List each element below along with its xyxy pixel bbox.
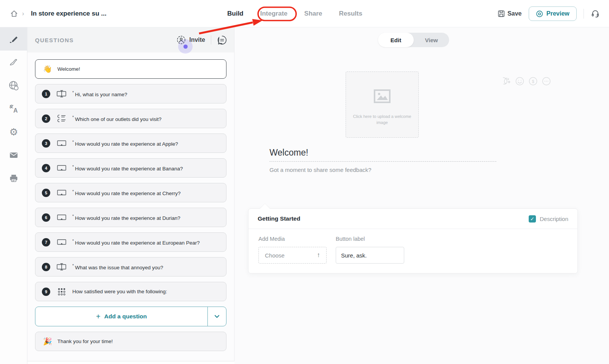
mail-icon bbox=[9, 150, 19, 160]
choose-label: Choose bbox=[265, 252, 285, 259]
questions-panel-header: QUESTIONS Invite bbox=[27, 27, 234, 52]
printer-icon bbox=[9, 173, 19, 183]
invite-label: Invite bbox=[189, 37, 205, 43]
required-marker: * bbox=[72, 239, 74, 243]
tab-integrate[interactable]: Integrate bbox=[260, 10, 288, 17]
choose-media-button[interactable]: Choose ↑ bbox=[258, 247, 327, 264]
party-popper-emoji-icon: 🎉 bbox=[43, 337, 52, 346]
question-number: 5 bbox=[42, 189, 50, 197]
question-number: 2 bbox=[42, 114, 50, 123]
welcome-description[interactable]: Got a moment to share some feedback? bbox=[269, 167, 371, 173]
email-item[interactable] bbox=[0, 143, 27, 167]
save-button[interactable]: Save bbox=[498, 10, 521, 17]
question-item-2[interactable]: 2 *Which one of our outlets did you visi… bbox=[35, 109, 226, 128]
preview-eye-icon bbox=[536, 10, 543, 17]
question-item-7[interactable]: 7 *How would you rate the experience at … bbox=[35, 232, 226, 252]
top-header: › In store experience su ... Build Integ… bbox=[0, 0, 609, 27]
question-label: How would you rate the experience at Eur… bbox=[75, 240, 200, 246]
questions-panel: QUESTIONS Invite 👋 Welcome! bbox=[27, 27, 234, 361]
short-text-icon bbox=[57, 90, 67, 97]
description-checkbox[interactable]: ✓ bbox=[529, 215, 536, 223]
header-divider bbox=[583, 9, 584, 19]
question-label: Which one of our outlets did you visit? bbox=[75, 116, 161, 122]
plus-icon: + bbox=[96, 312, 100, 321]
ai-wing-icon[interactable] bbox=[502, 76, 511, 86]
add-question-button[interactable]: + Add a question bbox=[35, 307, 226, 326]
print-item[interactable] bbox=[0, 167, 27, 190]
required-marker: * bbox=[72, 165, 74, 169]
multiple-choice-icon bbox=[57, 114, 67, 122]
button-label-field: Button label bbox=[336, 236, 404, 264]
question-label: How would you rate the experience at Dur… bbox=[75, 215, 180, 221]
build-editor-item[interactable] bbox=[0, 27, 27, 51]
smiley-icon[interactable] bbox=[515, 77, 524, 86]
tab-build[interactable]: Build bbox=[227, 10, 244, 17]
required-marker: * bbox=[72, 91, 74, 95]
question-item-8[interactable]: 8 *What was the issue that annoyed you? bbox=[35, 257, 226, 277]
toggle-edit[interactable]: Edit bbox=[378, 33, 414, 47]
pulse-dot bbox=[183, 45, 188, 49]
image-placeholder-icon bbox=[374, 89, 391, 103]
opinion-scale-icon bbox=[57, 239, 67, 246]
save-icon bbox=[498, 10, 505, 17]
question-number: 4 bbox=[42, 164, 50, 172]
question-label: How would you rate the experience at App… bbox=[75, 141, 178, 147]
button-label-label: Button label bbox=[336, 236, 404, 242]
comments-icon[interactable] bbox=[217, 35, 227, 45]
required-marker: * bbox=[72, 264, 74, 268]
edit-view-toggle[interactable]: Edit View bbox=[378, 33, 449, 47]
upload-helper-text: Click here to upload a welcome image bbox=[352, 114, 413, 126]
question-item-5[interactable]: 5 *How would you rate the experience at … bbox=[35, 183, 226, 202]
toggle-view[interactable]: View bbox=[414, 37, 449, 43]
thankyou-card[interactable]: 🎉 Thank you for your time! bbox=[35, 332, 226, 351]
onboarding-pulse-indicator bbox=[178, 39, 193, 54]
panel-pointer bbox=[260, 204, 270, 209]
share-channels-item[interactable] bbox=[0, 74, 27, 97]
support-headset-icon[interactable] bbox=[591, 9, 600, 18]
panel-header-divider bbox=[211, 35, 211, 45]
home-icon[interactable] bbox=[10, 10, 18, 18]
question-item-4[interactable]: 4 *How would you rate the experience at … bbox=[35, 158, 226, 178]
button-label-input[interactable] bbox=[336, 247, 404, 264]
upload-arrow-icon: ↑ bbox=[317, 251, 320, 259]
tab-share[interactable]: Share bbox=[304, 10, 322, 17]
question-number: 3 bbox=[42, 139, 50, 148]
gear-icon: ⚙ bbox=[9, 127, 18, 137]
question-item-3[interactable]: 3 *How would you rate the experience at … bbox=[35, 134, 226, 153]
question-item-6[interactable]: 6 *How would you rate the experience at … bbox=[35, 208, 226, 227]
required-marker: * bbox=[72, 189, 74, 194]
welcome-card-label: Welcome! bbox=[57, 66, 80, 72]
welcome-card[interactable]: 👋 Welcome! bbox=[35, 59, 226, 79]
welcome-image-upload[interactable]: Click here to upload a welcome image bbox=[346, 72, 419, 138]
opinion-scale-icon bbox=[57, 165, 67, 172]
more-options-icon[interactable] bbox=[542, 77, 551, 86]
translate-icon: a A bbox=[8, 103, 19, 114]
question-item-9[interactable]: 9 How satisfied were you with the follow… bbox=[35, 282, 226, 301]
translate-item[interactable]: a A bbox=[0, 97, 27, 120]
left-toolbar: a A ⚙ bbox=[0, 27, 27, 364]
getting-started-panel: Getting Started ✓ Description Add Media … bbox=[248, 208, 578, 273]
design-item[interactable] bbox=[0, 51, 27, 74]
opinion-scale-icon bbox=[57, 214, 67, 221]
payment-icon[interactable]: $ bbox=[529, 77, 537, 86]
svg-text:$: $ bbox=[532, 79, 534, 83]
question-item-1[interactable]: 1 *Hi, what is your name? bbox=[35, 84, 226, 103]
top-nav: Build Integrate Share Results bbox=[227, 0, 362, 27]
paintbrush-icon bbox=[9, 57, 19, 67]
question-number: 1 bbox=[42, 90, 50, 98]
svg-text:A: A bbox=[13, 107, 18, 114]
title-description-divider bbox=[269, 161, 496, 162]
pencil-edit-icon bbox=[9, 34, 19, 44]
breadcrumb-chevron-icon: › bbox=[22, 10, 24, 17]
required-marker: * bbox=[72, 214, 74, 218]
welcome-heading[interactable]: Welcome! bbox=[269, 148, 308, 158]
question-label: Hi, what is your name? bbox=[75, 92, 127, 97]
settings-item[interactable]: ⚙ bbox=[0, 120, 27, 143]
question-number: 8 bbox=[42, 263, 50, 271]
add-question-label: Add a question bbox=[104, 313, 147, 320]
survey-title: In store experience su ... bbox=[31, 10, 106, 17]
chevron-down-icon bbox=[213, 313, 221, 320]
add-question-dropdown[interactable] bbox=[207, 307, 226, 326]
tab-results[interactable]: Results bbox=[339, 10, 362, 17]
preview-button[interactable]: Preview bbox=[529, 6, 577, 21]
